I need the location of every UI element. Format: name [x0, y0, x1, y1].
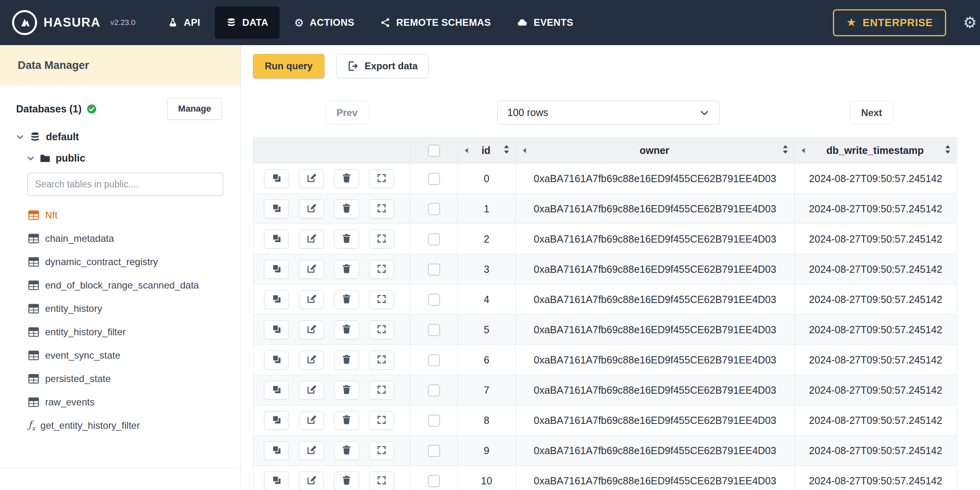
flask-icon [168, 17, 178, 28]
column-header-id[interactable]: id [458, 137, 516, 164]
row-checkbox[interactable] [428, 203, 440, 215]
delete-row-button[interactable] [334, 471, 359, 490]
nav-item-label: EVENTS [534, 17, 573, 28]
row-checkbox[interactable] [428, 415, 440, 427]
sidebar-table-chain_metadata[interactable]: chain_metadata [28, 232, 231, 245]
rows-per-page-select[interactable]: 100 rows [497, 101, 720, 125]
edit-row-button[interactable] [299, 320, 324, 339]
expand-row-button[interactable] [369, 320, 394, 339]
column-header-db-write-timestamp[interactable]: db_write_timestamp [795, 137, 957, 164]
clone-row-button[interactable] [264, 260, 289, 279]
clone-row-button[interactable] [264, 169, 289, 188]
tree-item-default[interactable]: default [16, 131, 231, 143]
clone-row-button[interactable] [264, 351, 289, 370]
expand-row-button[interactable] [369, 411, 394, 430]
clone-row-button[interactable] [264, 471, 289, 490]
delete-row-button[interactable] [334, 411, 359, 430]
edit-row-button[interactable] [299, 199, 324, 218]
row-actions-cell [253, 345, 410, 375]
nav-item-remote-schemas[interactable]: REMOTE SCHEMAS [369, 6, 502, 39]
clone-row-button[interactable] [264, 230, 289, 249]
sidebar-table-event_sync_state[interactable]: event_sync_state [28, 349, 231, 362]
sidebar-table-persisted_state[interactable]: persisted_state [28, 372, 231, 385]
sidebar-footer-divider [0, 467, 241, 490]
enterprise-button[interactable]: ★ ENTERPRISE [833, 9, 946, 36]
export-data-button[interactable]: Export data [336, 54, 429, 78]
delete-row-button[interactable] [334, 169, 359, 188]
clone-row-button[interactable] [264, 290, 289, 309]
sidebar-table-end_of_block_range_scanned_data[interactable]: end_of_block_range_scanned_data [28, 279, 231, 292]
sidebar-table-entity_history[interactable]: entity_history [28, 302, 231, 315]
nav-item-data[interactable]: DATA [215, 6, 280, 39]
column-header-owner[interactable]: owner [516, 137, 795, 164]
edit-row-button[interactable] [299, 230, 324, 249]
clone-row-button[interactable] [264, 411, 289, 430]
sidebar-table-Nft[interactable]: Nft [28, 209, 231, 222]
manage-button[interactable]: Manage [167, 98, 222, 120]
row-checkbox[interactable] [428, 445, 440, 457]
row-checkbox[interactable] [428, 294, 440, 306]
clone-row-button[interactable] [264, 441, 289, 460]
expand-row-button[interactable] [369, 290, 394, 309]
expand-row-button[interactable] [369, 169, 394, 188]
delete-row-button[interactable] [334, 260, 359, 279]
expand-row-button[interactable] [369, 230, 394, 249]
trash-icon [341, 445, 352, 457]
delete-row-button[interactable] [334, 351, 359, 370]
expand-icon [376, 445, 387, 457]
expand-icon [376, 475, 387, 487]
expand-row-button[interactable] [369, 199, 394, 218]
tree-label-public: public [56, 152, 85, 164]
tree-item-public[interactable]: public [16, 152, 231, 164]
delete-row-button[interactable] [334, 199, 359, 218]
function-fx-icon: ƒx [28, 419, 35, 432]
prev-page-button[interactable]: Prev [326, 101, 368, 125]
clone-row-button[interactable] [264, 199, 289, 218]
delete-row-button[interactable] [334, 381, 359, 400]
row-checkbox[interactable] [428, 354, 440, 366]
edit-row-button[interactable] [299, 351, 324, 370]
delete-row-button[interactable] [334, 290, 359, 309]
run-query-button[interactable]: Run query [253, 54, 324, 78]
edit-row-button[interactable] [299, 290, 324, 309]
copy-icon [271, 475, 282, 487]
expand-row-button[interactable] [369, 260, 394, 279]
row-checkbox[interactable] [428, 233, 440, 245]
cell-timestamp: 2024-08-27T09:50:57.245142 [795, 164, 957, 194]
row-checkbox[interactable] [428, 173, 440, 185]
sidebar-table-entity_history_filter[interactable]: entity_history_filter [28, 326, 231, 338]
delete-row-button[interactable] [334, 230, 359, 249]
sidebar-table-raw_events[interactable]: raw_events [28, 396, 231, 409]
sidebar-function-item[interactable]: ƒx get_entity_history_filter [28, 419, 231, 432]
row-checkbox[interactable] [428, 475, 440, 487]
delete-row-button[interactable] [334, 441, 359, 460]
search-tables-input[interactable] [27, 173, 223, 196]
settings-gear-icon[interactable]: ⚙ [963, 14, 977, 31]
clone-row-button[interactable] [264, 381, 289, 400]
expand-row-button[interactable] [369, 381, 394, 400]
edit-row-button[interactable] [299, 471, 324, 490]
edit-row-button[interactable] [299, 441, 324, 460]
cell-timestamp: 2024-08-27T09:50:57.245142 [795, 405, 957, 436]
edit-row-button[interactable] [299, 169, 324, 188]
clone-row-button[interactable] [264, 320, 289, 339]
nav-item-actions[interactable]: ⚙ ACTIONS [283, 6, 365, 39]
row-checkbox[interactable] [428, 324, 440, 336]
select-all-checkbox[interactable] [428, 145, 440, 157]
nav-item-api[interactable]: API [156, 6, 212, 39]
edit-row-button[interactable] [299, 260, 324, 279]
copy-icon [271, 384, 282, 396]
expand-row-button[interactable] [369, 351, 394, 370]
expand-row-button[interactable] [369, 441, 394, 460]
next-page-button[interactable]: Next [850, 101, 893, 125]
chevron-down-icon [27, 154, 35, 162]
expand-row-button[interactable] [369, 471, 394, 490]
delete-row-button[interactable] [334, 320, 359, 339]
edit-row-button[interactable] [299, 381, 324, 400]
nav-item-events[interactable]: EVENTS [505, 6, 584, 39]
row-checkbox[interactable] [428, 264, 440, 276]
hasura-brand[interactable]: HASURA v2.23.0 [0, 10, 144, 35]
edit-row-button[interactable] [299, 411, 324, 430]
sidebar-table-dynamic_contract_registry[interactable]: dynamic_contract_registry [28, 255, 231, 268]
row-checkbox[interactable] [428, 384, 440, 397]
